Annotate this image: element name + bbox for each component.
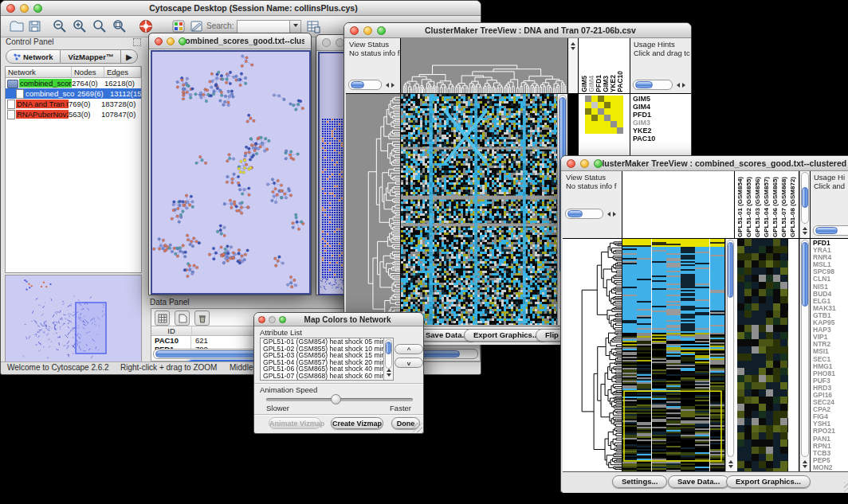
zoom-button[interactable] — [179, 37, 186, 45]
tv1-heatmap[interactable] — [401, 94, 557, 325]
animation-speed-slider-thumb[interactable] — [331, 394, 341, 404]
dialog-titlebar[interactable]: Map Colors to Network — [254, 313, 423, 326]
matrix-cell[interactable] — [604, 108, 610, 115]
delete-attribute-icon[interactable] — [194, 311, 210, 326]
tab-network[interactable]: Network — [6, 49, 61, 64]
scroll-down-icon[interactable] — [571, 47, 575, 53]
minimize-button[interactable] — [20, 4, 29, 13]
zoom-in-icon[interactable] — [72, 18, 88, 34]
scroll-up-icon[interactable] — [387, 366, 391, 372]
network-overview-thumbnail[interactable] — [5, 275, 142, 364]
matrix-cell[interactable] — [591, 121, 598, 127]
scroll-up-icon[interactable] — [728, 458, 733, 463]
scroll-down-icon[interactable] — [803, 465, 807, 471]
attribute-list-vscroll-thumb[interactable] — [386, 342, 391, 354]
tv1-hints-hscroll-thumb[interactable] — [635, 81, 653, 88]
matrix-cell[interactable] — [591, 108, 598, 115]
scroll-down-icon[interactable] — [387, 373, 391, 379]
row-label[interactable]: GIM4 — [633, 103, 655, 111]
matrix-cell[interactable] — [585, 115, 591, 121]
scroll-left-icon[interactable] — [605, 212, 610, 217]
vizmap-palette-icon[interactable] — [171, 18, 186, 34]
tv2-hints-hscrollbar[interactable] — [813, 225, 848, 236]
minimize-button[interactable] — [580, 159, 589, 168]
minimize-button[interactable] — [363, 26, 372, 35]
matrix-cell[interactable] — [591, 127, 598, 134]
matrix-cell[interactable] — [598, 96, 604, 102]
scroll-left-icon[interactable] — [383, 83, 389, 88]
matrix-cell[interactable] — [591, 102, 598, 108]
zoom-button[interactable] — [279, 316, 286, 323]
treeview2-action-button[interactable]: Export Graphics... — [726, 475, 811, 488]
matrix-cell[interactable] — [598, 115, 604, 121]
open-folder-icon[interactable] — [9, 18, 25, 34]
tv1-row-dendrogram[interactable] — [346, 94, 400, 325]
treeview1-titlebar[interactable]: ClusterMaker TreeView : DNA and Tran 07-… — [344, 23, 691, 38]
network-canvas[interactable] — [151, 50, 311, 295]
tv1-summary-matrix[interactable] — [585, 96, 623, 134]
matrix-cell[interactable] — [585, 127, 591, 134]
column-label[interactable]: GPL51-02 (GSM855) — [745, 177, 752, 237]
tv2-column-dendrogram-panel[interactable] — [622, 171, 734, 238]
network-list-row[interactable]: RNAPuberNov2+I 563(0) 107847(0) — [6, 109, 141, 119]
matrix-cell[interactable] — [617, 96, 623, 102]
network-list-header[interactable]: Network Nodes Edges — [6, 67, 141, 78]
row-label[interactable]: PAC10 — [633, 135, 655, 143]
matrix-cell[interactable] — [591, 115, 598, 121]
treeview2-titlebar[interactable]: ClusterMaker TreeView : combined_scores_… — [561, 156, 848, 171]
tv2-genelist-vscrollbar[interactable] — [799, 239, 810, 471]
network-list-row[interactable]: combined_sco 2569(6) 13112(15) — [6, 88, 141, 99]
tv2-status-hscrollbar[interactable] — [565, 209, 620, 219]
matrix-cell[interactable] — [598, 102, 604, 108]
network-window1-titlebar[interactable]: combined_scores_good.txt--cluste... — [149, 33, 311, 49]
zoom-button[interactable] — [594, 159, 603, 168]
matrix-cell[interactable] — [617, 108, 623, 115]
matrix-cell[interactable] — [610, 108, 617, 115]
matrix-cell[interactable] — [610, 96, 617, 102]
scroll-up-icon[interactable] — [571, 40, 575, 45]
new-attribute-icon[interactable] — [175, 311, 190, 326]
search-dropdown-button[interactable] — [289, 20, 301, 33]
close-button[interactable] — [258, 316, 265, 323]
search-input[interactable] — [237, 20, 291, 33]
matrix-cell[interactable] — [604, 121, 610, 127]
matrix-cell[interactable] — [604, 102, 610, 108]
attribute-item[interactable]: GPL51-07 (GSM868) heat shock 60 min — [261, 373, 383, 380]
move-down-button[interactable]: v — [395, 357, 423, 368]
network-list-row[interactable]: combined_scores_ 2764(0) 16218(0) — [6, 78, 141, 88]
matrix-cell[interactable] — [598, 108, 604, 115]
tv1-column-dendrogram[interactable] — [401, 38, 567, 93]
zoom-button[interactable] — [377, 26, 386, 35]
matrix-cell[interactable] — [617, 102, 623, 108]
tv1-hints-hscrollbar[interactable] — [633, 80, 689, 90]
tv2-zoom-heatmap[interactable] — [737, 239, 788, 471]
tab-overflow-arrow[interactable]: ▶ — [121, 49, 137, 64]
matrix-cell[interactable] — [604, 127, 610, 134]
tv2-hints-hscroll-thumb[interactable] — [815, 227, 838, 234]
matrix-cell[interactable] — [585, 102, 591, 108]
matrix-cell[interactable] — [617, 121, 623, 127]
column-label[interactable]: GPL51-07 (GSM868) — [780, 177, 787, 237]
tv2-collabel-vscrollbar[interactable] — [799, 171, 810, 238]
matrix-cell[interactable] — [610, 102, 617, 108]
attribute-table-icon[interactable] — [155, 311, 170, 326]
main-titlebar[interactable]: Cytoscape Desktop (Session Name: collins… — [1, 1, 481, 16]
matrix-cell[interactable] — [598, 121, 604, 127]
matrix-cell[interactable] — [585, 96, 591, 102]
resize-grip[interactable] — [844, 483, 848, 492]
scroll-right-icon[interactable] — [613, 212, 618, 217]
matrix-cell[interactable] — [604, 115, 610, 121]
close-button[interactable] — [322, 38, 331, 47]
tab-vizmapper[interactable]: VizMapper™ — [61, 49, 121, 64]
column-label[interactable]: GPL51-04 (GSM857) — [763, 177, 770, 237]
attribute-listbox[interactable]: GPL51-01 (GSM854) heat shock 05 minGPL51… — [260, 338, 394, 381]
annotation-note-icon[interactable] — [189, 18, 205, 34]
scroll-right-icon[interactable] — [391, 83, 397, 88]
tv1-dendro-scroll-strip[interactable] — [568, 38, 578, 93]
minimize-button[interactable] — [269, 316, 276, 323]
matrix-cell[interactable] — [585, 121, 591, 127]
scroll-up-icon[interactable] — [803, 225, 807, 230]
close-button[interactable] — [155, 37, 163, 45]
dialog-action-button[interactable]: Animate Vizmap — [269, 417, 321, 429]
column-label[interactable]: PAC10 — [617, 71, 624, 92]
